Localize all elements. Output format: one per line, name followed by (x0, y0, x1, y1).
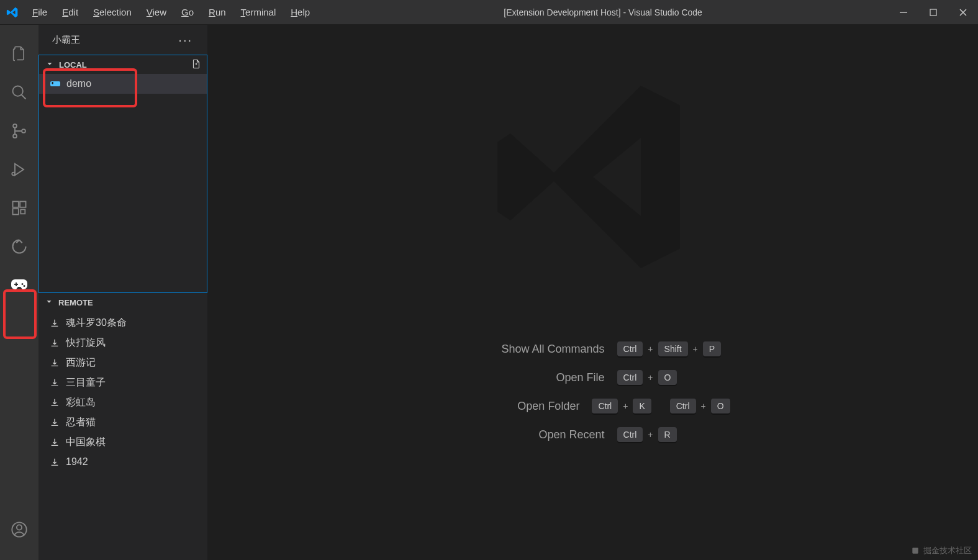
menu-go[interactable]: Go (174, 3, 201, 21)
svg-rect-0 (900, 12, 907, 13)
sidebar: 小霸王 ··· LOCAL demo (38, 25, 207, 560)
shortcut-keys: Ctrl+O (617, 370, 730, 385)
download-icon (48, 376, 61, 389)
svg-point-2 (13, 86, 23, 96)
download-icon (48, 317, 61, 329)
svg-rect-1 (930, 9, 936, 16)
local-item-demo[interactable]: demo (39, 74, 207, 94)
key: Ctrl (617, 341, 643, 356)
key: O (711, 399, 730, 413)
svg-rect-16 (912, 548, 918, 553)
local-section: LOCAL demo (38, 55, 207, 293)
shortcut-row: Open FileCtrl+O (455, 370, 730, 385)
remote-item[interactable]: 西游记 (38, 353, 207, 373)
key: R (658, 427, 677, 442)
svg-rect-13 (50, 81, 60, 86)
activity-search[interactable] (0, 73, 38, 112)
menu-file[interactable]: File (25, 3, 55, 21)
svg-point-5 (22, 129, 25, 133)
shortcuts-list: Show All CommandsCtrl+Shift+POpen FileCt… (455, 341, 730, 442)
tree-item-label: 中国象棋 (66, 436, 106, 449)
shortcut-label: Show All Commands (481, 343, 605, 356)
remote-item[interactable]: 快打旋风 (38, 333, 207, 353)
remote-item[interactable]: 忍者猫 (38, 412, 207, 432)
remote-item[interactable]: 中国象棋 (38, 432, 207, 452)
download-icon (48, 456, 61, 468)
shortcut-row: Show All CommandsCtrl+Shift+P (455, 341, 730, 356)
local-section-header[interactable]: LOCAL (39, 55, 207, 74)
activity-account[interactable] (0, 510, 38, 549)
vscode-watermark-icon (484, 68, 702, 286)
tree-item-label: 魂斗罗30条命 (66, 317, 127, 330)
window-title: [Extension Development Host] - Visual St… (317, 7, 889, 17)
maximize-button[interactable] (918, 0, 948, 25)
svg-rect-8 (20, 202, 25, 207)
activity-bar (0, 25, 38, 560)
chevron-down-icon (45, 297, 53, 308)
download-icon (48, 356, 61, 369)
close-button[interactable] (948, 0, 978, 25)
menu-help[interactable]: Help (283, 3, 317, 21)
remote-item[interactable]: 彩虹岛 (38, 392, 207, 412)
titlebar: File Edit Selection View Go Run Terminal… (0, 0, 978, 25)
key: Ctrl (617, 370, 643, 385)
download-icon (48, 396, 61, 409)
shortcut-label: Open Folder (455, 400, 579, 413)
menubar: File Edit Selection View Go Run Terminal… (25, 3, 317, 21)
menu-view[interactable]: View (139, 3, 174, 21)
vscode-logo-icon (0, 6, 25, 19)
key: P (703, 341, 721, 356)
tree-item-label: 西游记 (66, 356, 96, 369)
tree-item-label: 彩虹岛 (66, 396, 96, 409)
key: Shift (658, 341, 688, 356)
activity-source-control[interactable] (0, 112, 38, 150)
remote-item[interactable]: 三目童子 (38, 373, 207, 392)
window-controls (889, 0, 978, 25)
svg-rect-9 (13, 209, 19, 214)
remote-item[interactable]: 魂斗罗30条命 (38, 313, 207, 333)
shortcut-keys: Ctrl+KCtrl+O (592, 399, 730, 413)
tree-item-label: 快打旋风 (66, 336, 106, 350)
shortcut-keys: Ctrl+R (617, 427, 730, 442)
key: O (658, 370, 677, 385)
key: Ctrl (617, 427, 643, 442)
footer-watermark: 掘金技术社区 (911, 545, 972, 556)
svg-rect-10 (20, 209, 25, 214)
remote-section-header[interactable]: REMOTE (38, 293, 207, 312)
tree-item-label: 忍者猫 (66, 416, 96, 429)
svg-rect-7 (13, 202, 19, 207)
key: K (633, 399, 651, 413)
remote-section: REMOTE 魂斗罗30条命快打旋风西游记三目童子彩虹岛忍者猫中国象棋1942 (38, 293, 207, 560)
svg-point-3 (13, 124, 17, 128)
key: Ctrl (670, 399, 696, 413)
tree-item-label: 1942 (66, 456, 88, 467)
tree-item-label: 三目童子 (66, 376, 106, 389)
game-file-icon (49, 78, 61, 90)
remote-item[interactable]: 1942 (38, 452, 207, 472)
download-icon (48, 336, 61, 349)
activity-run-debug[interactable] (0, 150, 38, 189)
more-actions-icon[interactable]: ··· (178, 33, 192, 47)
activity-gamepad[interactable] (0, 266, 38, 304)
download-icon (48, 436, 61, 448)
menu-edit[interactable]: Edit (55, 3, 86, 21)
key: Ctrl (592, 399, 618, 413)
svg-point-6 (12, 173, 15, 176)
shortcut-row: Open RecentCtrl+R (455, 427, 730, 442)
download-icon (48, 416, 61, 428)
new-file-icon[interactable] (191, 58, 202, 71)
activity-extensions[interactable] (0, 189, 38, 227)
svg-point-12 (17, 525, 22, 530)
activity-explorer[interactable] (0, 35, 38, 73)
menu-run[interactable]: Run (201, 3, 233, 21)
minimize-button[interactable] (889, 0, 918, 25)
svg-point-4 (13, 134, 17, 138)
menu-selection[interactable]: Selection (86, 3, 139, 21)
editor-area: Show All CommandsCtrl+Shift+POpen FileCt… (207, 25, 978, 560)
activity-custom-arrow[interactable] (0, 227, 38, 266)
shortcut-row: Open FolderCtrl+KCtrl+O (455, 399, 730, 413)
chevron-down-icon (45, 60, 54, 70)
shortcut-label: Open Recent (481, 428, 605, 441)
svg-rect-15 (52, 82, 53, 84)
menu-terminal[interactable]: Terminal (233, 3, 284, 21)
